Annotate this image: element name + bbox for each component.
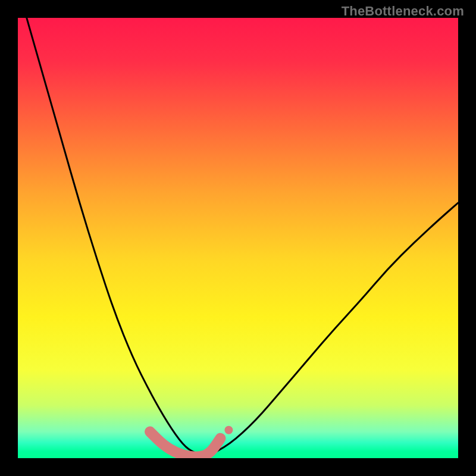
outer-frame: TheBottleneck.com bbox=[0, 0, 476, 476]
bottleneck-chart bbox=[18, 18, 458, 458]
plot-area bbox=[18, 18, 458, 458]
attribution-text: TheBottleneck.com bbox=[342, 4, 464, 19]
trough-end-dot bbox=[224, 426, 233, 434]
gradient-background bbox=[18, 18, 458, 458]
